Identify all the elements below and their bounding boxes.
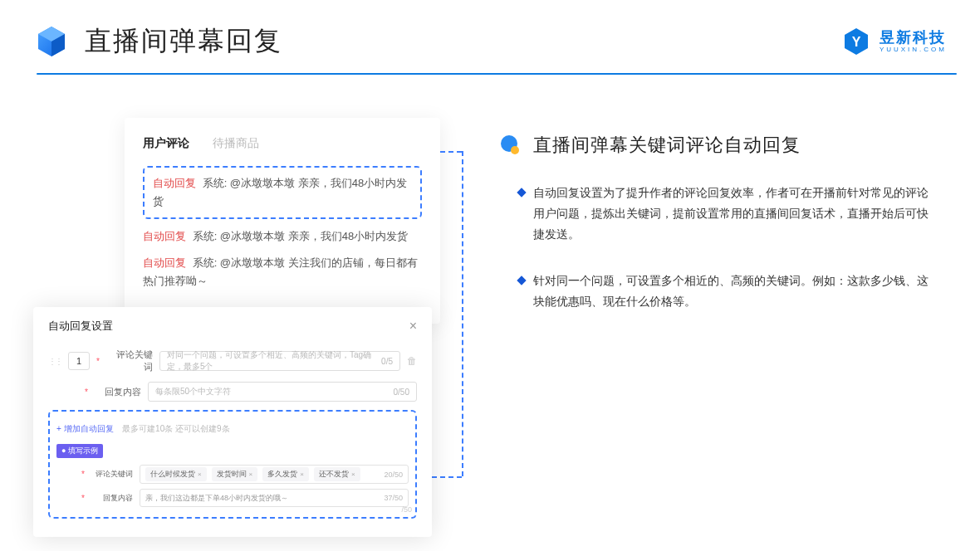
content: 用户评论 待播商品 自动回复 系统: @冰墩墩本墩 亲亲，我们48小时内发货 自… <box>0 75 980 337</box>
tag[interactable]: 什么时候发货× <box>145 467 207 481</box>
keyword-row: ⋮⋮ 1 * 评论关键词 对同一个问题，可设置多个相近、高频的关键词，Tag确定… <box>48 349 417 373</box>
keyword-input[interactable]: 对同一个问题，可设置多个相近、高频的关键词，Tag确定，最多5个 0/5 <box>159 351 400 371</box>
example-content-row: * 回复内容 亲，我们这边都是下单48小时内发货的哦～ 37/50 <box>56 489 409 507</box>
svg-point-2 <box>511 146 519 154</box>
example-keyword-row: * 评论关键词 什么时候发货× 发货时间× 多久发货× 还不发货× 20/50 <box>56 465 409 484</box>
settings-card: 自动回复设置 × ⋮⋮ 1 * 评论关键词 对同一个问题，可设置多个相近、高频的… <box>33 307 432 537</box>
required-icon: * <box>85 388 88 397</box>
tag[interactable]: 多久发货× <box>262 467 309 481</box>
content-input[interactable]: 每条限50个中文字符 0/50 <box>148 382 417 402</box>
brand-name: 昱新科技 <box>880 30 947 45</box>
tag-remove-icon: × <box>249 471 253 478</box>
tab-user-comments[interactable]: 用户评论 <box>143 136 189 151</box>
auto-reply-badge: 自动回复 <box>153 177 196 189</box>
content-label: 回复内容 <box>96 386 141 398</box>
diamond-icon <box>517 276 526 285</box>
drag-icon[interactable]: ⋮⋮ <box>48 357 61 366</box>
bullet-point: 针对同一个问题，可设置多个相近的、高频的关键词。例如：这款多少钱、这块能优惠吗、… <box>518 271 930 312</box>
content-row: * 回复内容 每条限50个中文字符 0/50 <box>48 382 417 402</box>
ex-content-text: 亲，我们这边都是下单48小时内发货的哦～ <box>145 493 288 504</box>
add-auto-reply-link[interactable]: + 增加自动回复 <box>56 423 114 435</box>
required-icon: * <box>96 357 100 366</box>
comment-row: 自动回复 系统: @冰墩墩本墩 亲亲，我们48小时内发货 <box>143 227 422 246</box>
auto-reply-badge: 自动回复 <box>143 256 186 269</box>
page-header: 直播间弹幕回复 Y 昱新科技 YUUXIN.COM <box>0 0 980 75</box>
connector-line <box>462 151 463 476</box>
ex-content-label: 回复内容 <box>93 493 133 504</box>
connector-line <box>440 151 462 153</box>
add-row: + 增加自动回复 最多可建10条 还可以创建9条 <box>56 420 409 441</box>
placeholder-text: 每条限50个中文字符 <box>155 386 231 397</box>
brand-text: 昱新科技 YUUXIN.COM <box>880 30 947 53</box>
point-text: 针对同一个问题，可设置多个相近的、高频的关键词。例如：这款多少钱、这块能优惠吗、… <box>533 271 930 312</box>
section-head: 直播间弹幕关键词评论自动回复 <box>498 133 930 158</box>
point-text: 自动回复设置为了提升作者的评论回复效率，作者可在开播前针对常见的评论用户问题，提… <box>533 183 930 246</box>
bullet-icon <box>498 134 522 157</box>
tag-remove-icon: × <box>351 471 355 478</box>
highlighted-comment: 自动回复 系统: @冰墩墩本墩 亲亲，我们48小时内发货 <box>143 166 422 219</box>
index-box: 1 <box>68 352 90 370</box>
ex-keyword-input[interactable]: 什么时候发货× 发货时间× 多久发货× 还不发货× 20/50 <box>140 465 409 484</box>
brand-sub: YUUXIN.COM <box>880 46 947 53</box>
right-panel: 直播间弹幕关键词评论自动回复 自动回复设置为了提升作者的评论回复效率，作者可在开… <box>498 118 930 337</box>
diamond-icon <box>517 188 526 197</box>
tabs: 用户评论 待播商品 <box>143 136 422 151</box>
required-icon: * <box>81 470 85 479</box>
tag[interactable]: 还不发货× <box>314 467 360 481</box>
settings-title: 自动回复设置 <box>48 319 113 334</box>
header-divider <box>37 73 957 75</box>
ex-keyword-label: 评论关键词 <box>93 469 133 480</box>
char-count: 20/50 <box>384 471 403 479</box>
page-title: 直播间弹幕回复 <box>85 23 282 60</box>
delete-icon[interactable]: 🗑 <box>407 355 417 367</box>
left-panel: 用户评论 待播商品 自动回复 系统: @冰墩墩本墩 亲亲，我们48小时内发货 自… <box>33 118 440 337</box>
comment-text: 系统: @冰墩墩本墩 亲亲，我们48小时内发货 <box>193 230 409 242</box>
tag-remove-icon: × <box>300 471 304 478</box>
cube-icon <box>33 23 70 60</box>
keyword-label: 评论关键词 <box>108 349 153 373</box>
ex-content-input[interactable]: 亲，我们这边都是下单48小时内发货的哦～ 37/50 <box>140 489 409 507</box>
svg-text:Y: Y <box>852 35 861 49</box>
example-badge: ● 填写示例 <box>56 444 103 458</box>
required-icon: * <box>81 494 85 503</box>
char-count: 0/50 <box>394 388 409 397</box>
close-icon[interactable]: × <box>409 319 417 334</box>
tag-remove-icon: × <box>198 471 202 478</box>
brand: Y 昱新科技 YUUXIN.COM <box>841 27 947 56</box>
tag[interactable]: 发货时间× <box>212 467 258 481</box>
brand-icon: Y <box>841 27 871 56</box>
char-count: 0/5 <box>381 357 393 366</box>
bullet-point: 自动回复设置为了提升作者的评论回复效率，作者可在开播前针对常见的评论用户问题，提… <box>518 183 930 246</box>
section-title: 直播间弹幕关键词评论自动回复 <box>533 133 801 158</box>
bullet-list: 自动回复设置为了提升作者的评论回复效率，作者可在开播前针对常见的评论用户问题，提… <box>518 183 930 312</box>
comment-row: 自动回复 系统: @冰墩墩本墩 关注我们的店铺，每日都有热门推荐呦～ <box>143 254 422 290</box>
header-left: 直播间弹幕回复 <box>33 23 282 60</box>
extra-count: /50 <box>401 505 412 514</box>
comment-row: 自动回复 系统: @冰墩墩本墩 亲亲，我们48小时内发货 <box>153 174 412 211</box>
example-box: + 增加自动回复 最多可建10条 还可以创建9条 ● 填写示例 * 评论关键词 … <box>48 410 417 519</box>
char-count: 37/50 <box>384 494 403 502</box>
add-hint: 最多可建10条 还可以创建9条 <box>122 424 229 433</box>
comments-card: 用户评论 待播商品 自动回复 系统: @冰墩墩本墩 亲亲，我们48小时内发货 自… <box>125 118 440 324</box>
tab-products[interactable]: 待播商品 <box>213 136 259 151</box>
placeholder-text: 对同一个问题，可设置多个相近、高频的关键词，Tag确定，最多5个 <box>167 349 381 373</box>
auto-reply-badge: 自动回复 <box>143 230 186 242</box>
settings-header: 自动回复设置 × <box>48 319 417 334</box>
